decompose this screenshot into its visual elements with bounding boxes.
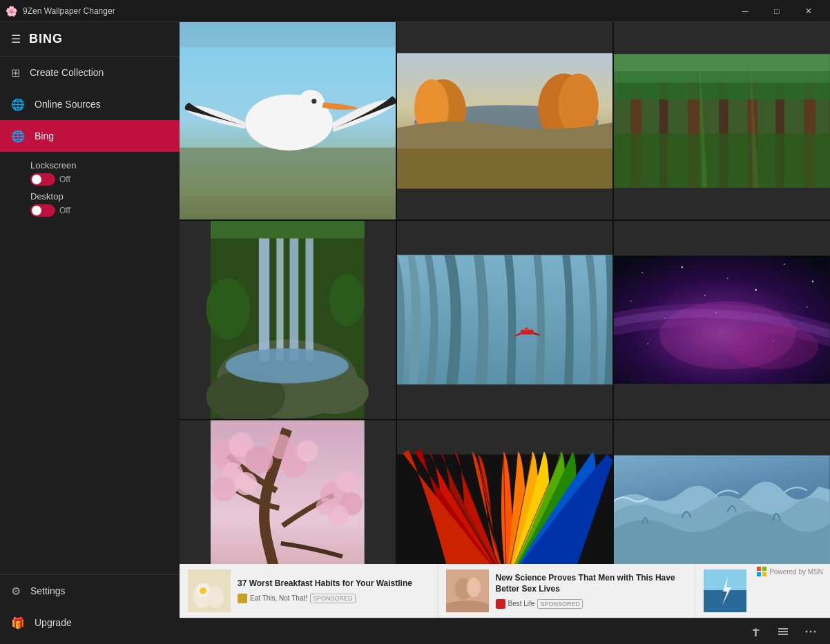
sidebar: ☰ BING ⊞ Create Collection 🌐 Online Sour…: [0, 22, 180, 644]
svg-rect-27: [614, 134, 830, 188]
image-cell-forest[interactable]: [614, 22, 830, 219]
svg-point-64: [245, 446, 273, 474]
sidebar-title: BING: [29, 32, 63, 46]
bing-globe-icon: 🌐: [11, 130, 25, 143]
desktop-toggle[interactable]: [30, 204, 55, 217]
sidebar-item-create-collection[interactable]: ⊞ Create Collection: [0, 57, 180, 88]
image-cell-canyon[interactable]: [397, 221, 613, 418]
bottom-toolbar: [180, 618, 830, 644]
settings-icon: ⚙: [11, 585, 21, 598]
ad-banner: 37 Worst Breakfast Habits for Your Waist…: [180, 564, 830, 618]
sidebar-bottom: ⚙ Settings 🎁 Upgrade: [0, 574, 180, 644]
lockscreen-toggle-switch[interactable]: Off: [30, 173, 168, 186]
titlebar-controls: ─ □ ✕: [729, 0, 824, 22]
hamburger-icon[interactable]: ☰: [11, 32, 21, 46]
svg-rect-37: [211, 221, 365, 238]
bing-source-header[interactable]: 🌐 Bing: [0, 120, 180, 152]
svg-rect-33: [276, 230, 283, 362]
image-grid: [180, 22, 830, 618]
svg-point-46: [682, 266, 683, 268]
app-icon: 🌸: [6, 6, 17, 17]
svg-rect-26: [614, 54, 830, 71]
ad-thumb-3: [704, 569, 746, 612]
desktop-toggle-row: Desktop: [30, 191, 168, 202]
msn-powered: Powered by MSN: [757, 567, 823, 576]
ad-item-1[interactable]: 37 Worst Breakfast Habits for Your Waist…: [180, 564, 438, 618]
sidebar-nav: ⊞ Create Collection 🌐 Online Sources 🌐 B…: [0, 57, 180, 574]
svg-point-95: [467, 578, 481, 597]
svg-rect-34: [290, 226, 299, 362]
close-button[interactable]: ✕: [793, 0, 824, 22]
upgrade-icon: 🎁: [11, 616, 25, 630]
sidebar-item-settings[interactable]: ⚙ Settings: [0, 575, 180, 607]
titlebar: 🌸 9Zen Wallpaper Changer ─ □ ✕: [0, 0, 830, 22]
svg-rect-99: [762, 572, 766, 576]
online-sources-label: Online Sources: [35, 99, 101, 110]
ad-sponsored-2: SPONSORED: [537, 599, 583, 609]
image-cell-bird[interactable]: [180, 22, 396, 219]
settings-label: Settings: [30, 585, 66, 596]
sidebar-item-upgrade[interactable]: 🎁 Upgrade: [0, 607, 180, 638]
svg-rect-97: [762, 567, 766, 571]
svg-point-74: [297, 440, 318, 462]
svg-point-109: [814, 630, 816, 632]
desktop-toggle-value: Off: [59, 206, 70, 215]
image-cell-space[interactable]: [614, 221, 830, 418]
minimize-button[interactable]: ─: [729, 0, 761, 22]
svg-rect-104: [778, 628, 788, 630]
svg-rect-106: [778, 634, 788, 635]
ad-source-icon-2: [496, 599, 505, 609]
maximize-button[interactable]: □: [761, 0, 793, 22]
pin-button[interactable]: [744, 621, 766, 643]
create-collection-label: Create Collection: [30, 67, 104, 78]
ad-sponsored-1: SPONSORED: [310, 594, 356, 603]
svg-rect-1: [180, 148, 396, 195]
ad-content-1: 37 Worst Breakfast Habits for Your Waist…: [238, 578, 429, 603]
image-cell-landscape[interactable]: [397, 22, 613, 219]
svg-point-3: [297, 90, 325, 117]
ad-content-2: New Science Proves That Men with This Ha…: [496, 573, 687, 608]
lockscreen-toggle-value: Off: [59, 175, 70, 184]
svg-point-66: [211, 476, 236, 501]
svg-rect-96: [757, 567, 761, 571]
svg-rect-32: [259, 221, 269, 362]
svg-point-4: [311, 99, 316, 104]
image-cell-waterfall[interactable]: [180, 221, 396, 418]
svg-point-36: [226, 349, 349, 384]
svg-rect-102: [704, 590, 746, 612]
svg-point-51: [704, 295, 706, 297]
lockscreen-toggle[interactable]: [30, 173, 55, 186]
svg-point-39: [329, 274, 365, 326]
app-title: 9Zen Wallpaper Changer: [23, 6, 115, 16]
ad-thumb-1: [188, 569, 231, 612]
svg-point-60: [728, 324, 819, 370]
desktop-toggle-switch[interactable]: Off: [30, 204, 168, 217]
collection-icon: ⊞: [11, 66, 20, 79]
svg-rect-42: [525, 328, 528, 331]
more-button[interactable]: [800, 621, 822, 643]
upgrade-label: Upgrade: [35, 617, 72, 628]
titlebar-left: 🌸 9Zen Wallpaper Changer: [6, 6, 115, 17]
svg-point-47: [727, 278, 728, 280]
main-content: 37 Worst Breakfast Habits for Your Waist…: [180, 22, 830, 644]
svg-rect-105: [778, 631, 788, 632]
sidebar-item-online-sources[interactable]: 🌐 Online Sources: [0, 88, 180, 120]
ad-item-2[interactable]: New Science Proves That Men with This Ha…: [438, 564, 696, 618]
svg-rect-98: [757, 572, 761, 576]
svg-point-52: [755, 289, 757, 291]
svg-point-108: [810, 630, 812, 632]
svg-point-53: [807, 306, 808, 308]
svg-point-49: [812, 281, 813, 282]
list-button[interactable]: [772, 621, 794, 643]
ad-source-icon-1: [238, 594, 247, 603]
svg-point-75: [269, 434, 293, 459]
ad-source-name-1: Eat This, Not That!: [250, 594, 307, 602]
lockscreen-label: Lockscreen: [30, 160, 76, 170]
ad-title-1: 37 Worst Breakfast Habits for Your Waist…: [238, 578, 429, 589]
svg-point-92: [200, 587, 206, 594]
desktop-label: Desktop: [30, 191, 64, 202]
ad-source-name-2: Best Life: [508, 600, 535, 607]
svg-rect-15: [397, 148, 613, 188]
svg-point-72: [316, 498, 334, 515]
svg-point-107: [806, 630, 808, 632]
